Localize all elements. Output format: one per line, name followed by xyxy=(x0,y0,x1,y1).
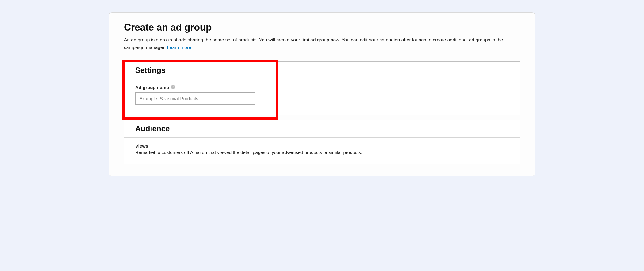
ad-group-name-label: Ad group name i xyxy=(135,85,175,90)
views-description: Remarket to customers off Amazon that vi… xyxy=(135,150,509,155)
ad-group-name-field: Ad group name i xyxy=(135,85,509,105)
info-icon[interactable]: i xyxy=(171,85,175,89)
audience-panel-title: Audience xyxy=(135,124,509,133)
page-description: An ad group is a group of ads sharing th… xyxy=(124,36,520,51)
ad-group-name-input[interactable] xyxy=(135,92,255,105)
views-label: Views xyxy=(135,143,509,149)
audience-panel-header: Audience xyxy=(124,120,520,138)
settings-panel-title: Settings xyxy=(135,66,509,75)
create-ad-group-page: Create an ad group An ad group is a grou… xyxy=(109,12,535,176)
audience-panel: Audience Views Remarket to customers off… xyxy=(124,120,520,164)
settings-panel-body: Ad group name i xyxy=(124,79,520,115)
ad-group-name-label-text: Ad group name xyxy=(135,85,169,90)
learn-more-link[interactable]: Learn more xyxy=(167,45,191,50)
page-title: Create an ad group xyxy=(124,22,520,33)
page-header: Create an ad group An ad group is a grou… xyxy=(109,22,535,57)
svg-text:i: i xyxy=(173,85,174,89)
settings-panel-header: Settings xyxy=(124,62,520,79)
settings-panel: Settings Ad group name i xyxy=(124,61,520,115)
audience-panel-body: Views Remarket to customers off Amazon t… xyxy=(124,138,520,164)
